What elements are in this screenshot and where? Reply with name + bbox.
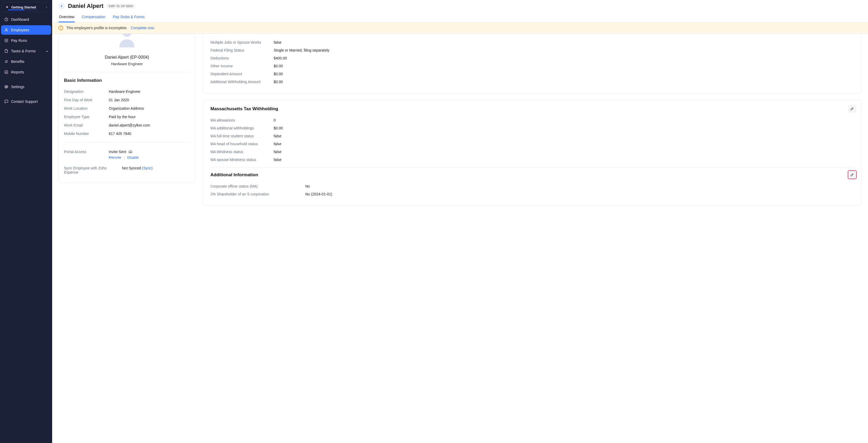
svg-point-4 — [6, 86, 7, 87]
complete-now-link[interactable]: Complete now — [131, 26, 154, 30]
getting-started-label: Getting Started — [11, 5, 44, 9]
additional-info-title: Additional Information — [210, 172, 854, 177]
edit-ma-tax-button[interactable] — [848, 105, 856, 112]
sidebar-item-label: Benefits — [11, 60, 25, 64]
page-title: Daniel Alpert — [68, 3, 103, 9]
portal-status: Invite Sent — [109, 150, 126, 154]
sidebar-item-label: Employees — [11, 28, 29, 32]
doc-icon — [4, 49, 8, 53]
sidebar-item-reports[interactable]: Reports — [1, 67, 51, 77]
incomplete-profile-alert: ! This employee's profile is incomplete.… — [52, 22, 868, 34]
getting-started-progress — [8, 9, 37, 10]
kv-label: Work Location — [64, 106, 109, 110]
addl-value: No — [305, 184, 310, 189]
cloud-upload-icon — [128, 150, 132, 154]
sidebar-item-contact-support[interactable]: Contact Support — [1, 97, 51, 106]
sidebar-item-pay-runs[interactable]: Pay Runs — [1, 36, 51, 45]
kv-label: First Day of Work — [64, 98, 109, 102]
svg-point-5 — [122, 34, 132, 37]
chevron-right-icon: ▸ — [46, 50, 48, 53]
back-button[interactable] — [59, 3, 65, 9]
tax-label: Other Income — [210, 64, 274, 68]
tax-value: 0 — [274, 118, 276, 122]
kv-value: 617 405 7840 — [109, 132, 190, 136]
portal-access-label: Portal Access — [64, 150, 109, 154]
page-header: Daniel Alpert EMP. ID: EP-0004 — [52, 0, 868, 9]
content-area: Daniel Alpert (EP-0004) Hardware Enginee… — [52, 34, 868, 443]
svg-point-1 — [5, 29, 7, 30]
sidebar-item-label: Reports — [11, 70, 24, 74]
tax-label: MA full-time student status — [210, 134, 274, 138]
sidebar-item-dashboard[interactable]: Dashboard — [1, 15, 51, 24]
tax-label: MA spouse blindness status — [210, 158, 274, 162]
sidebar: ✦ Getting Started › Dashboard Employees … — [0, 0, 52, 443]
tax-value: false — [274, 40, 281, 44]
sidebar-item-settings[interactable]: Settings — [1, 82, 51, 92]
tabs: Overview Compensation Pay Stubs & Forms — [52, 9, 868, 22]
sidebar-item-label: Taxes & Forms — [11, 49, 36, 53]
reinvite-link[interactable]: Reinvite — [109, 156, 121, 160]
tax-label: Additional Withholding Amount — [210, 80, 274, 84]
avatar — [114, 34, 140, 49]
kv-label: Mobile Number — [64, 132, 109, 136]
chevron-right-icon: › — [46, 5, 47, 9]
addl-value: No (2024-01-01) — [305, 192, 332, 196]
sidebar-item-taxes-forms[interactable]: Taxes & Forms ▸ — [1, 46, 51, 56]
benefits-icon — [4, 60, 8, 64]
sync-link[interactable]: (Sync) — [142, 166, 153, 170]
kv-label: Employee Type — [64, 115, 109, 119]
kv-label: Designation — [64, 90, 109, 94]
sidebar-item-label: Pay Runs — [11, 38, 27, 43]
tab-pay-stubs-forms[interactable]: Pay Stubs & Forms — [113, 12, 145, 22]
alert-message: This employee's profile is incomplete. — [66, 26, 127, 30]
tax-value: $0.00 — [274, 72, 283, 76]
tax-label: MA allowances — [210, 118, 274, 122]
tax-value: false — [274, 142, 281, 146]
plus-box-icon — [4, 38, 8, 43]
ma-tax-card: Massachusetts Tax Withholding MA allowan… — [203, 100, 862, 206]
kv-value: Paid by the hour — [109, 115, 190, 119]
warning-icon: ! — [59, 26, 63, 30]
sparkle-icon: ✦ — [5, 5, 9, 9]
sidebar-item-label: Settings — [11, 85, 25, 89]
tax-label: MA head of household status — [210, 142, 274, 146]
tax-value: $0.00 — [274, 80, 283, 84]
kv-value: 01 Jan 2020 — [109, 98, 190, 102]
getting-started-card[interactable]: ✦ Getting Started › — [2, 2, 51, 12]
disable-link[interactable]: Disable — [127, 156, 139, 160]
tab-overview[interactable]: Overview — [59, 12, 75, 22]
sync-label: Sync Employee with Zoho Expense — [64, 166, 122, 174]
sidebar-item-benefits[interactable]: Benefits — [1, 57, 51, 66]
tax-label: Federal Filing Status — [210, 48, 274, 53]
tax-label: Multiple Jobs or Spouse Works — [210, 40, 274, 44]
sidebar-item-employees[interactable]: Employees — [1, 25, 51, 35]
kv-label: Work Email — [64, 123, 109, 127]
kv-value: Organization Address — [109, 106, 190, 110]
tax-value: $0.00 — [274, 126, 283, 130]
clock-icon — [4, 18, 8, 22]
addl-label: Corporate officer status (MA) — [210, 184, 305, 189]
sidebar-item-label: Dashboard — [11, 18, 29, 22]
profile-role: Hardware Engineer — [111, 62, 143, 66]
main-content: Daniel Alpert EMP. ID: EP-0004 Overview … — [52, 0, 868, 443]
sidebar-item-label: Contact Support — [11, 99, 38, 104]
addl-label: 2% Shareholder of an S corporation — [210, 192, 305, 196]
user-icon — [4, 28, 8, 32]
kv-value: Hardware Engineer — [109, 90, 190, 94]
additional-info-section: Additional Information Corporate officer… — [210, 172, 854, 198]
chart-icon — [4, 70, 8, 74]
tax-label: MA blindness status — [210, 150, 274, 154]
tax-value: $400.00 — [274, 56, 287, 60]
tax-value: false — [274, 150, 281, 154]
edit-additional-info-button[interactable] — [848, 171, 856, 179]
tax-value: false — [274, 158, 281, 162]
tax-label: Deductions — [210, 56, 274, 60]
tax-label: Dependent Amount — [210, 72, 274, 76]
profile-name: Daniel Alpert (EP-0004) — [105, 55, 149, 60]
kv-value: daniel.alpert@zylker.com — [109, 123, 190, 127]
profile-card: Daniel Alpert (EP-0004) Hardware Enginee… — [59, 34, 195, 183]
chat-icon — [4, 99, 8, 104]
ma-tax-title: Massachusetts Tax Withholding — [210, 106, 854, 111]
tab-compensation[interactable]: Compensation — [81, 12, 106, 22]
federal-tax-card: Multiple Jobs or Spouse Worksfalse Feder… — [203, 34, 862, 93]
